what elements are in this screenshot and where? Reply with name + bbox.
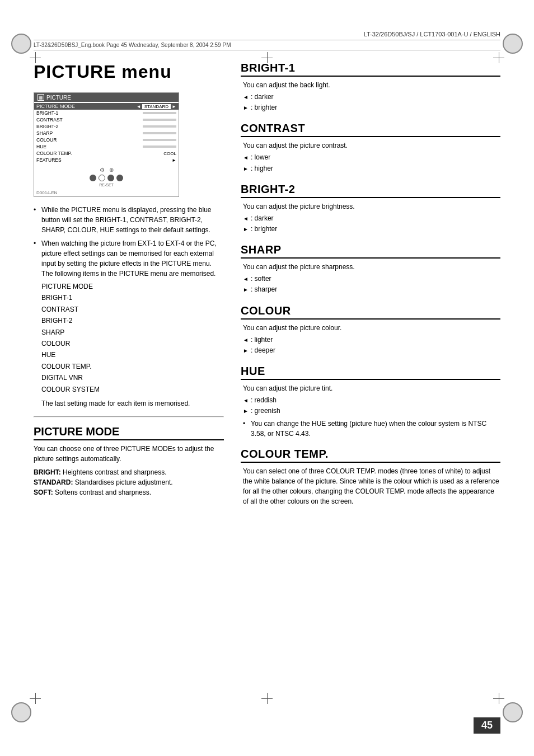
left-divider (34, 416, 224, 417)
arrow-left-icon-c (243, 152, 249, 163)
page-title: PICTURE menu (34, 62, 224, 82)
contrast-right: : higher (243, 163, 500, 174)
corner-decoration-bl (11, 702, 31, 722)
row-bar-bright1 (81, 112, 176, 114)
btn-circle-2 (99, 175, 105, 181)
arrow-right-icon-hue (243, 406, 249, 416)
section-title-contrast: CONTRAST (241, 122, 500, 137)
memo-intro: The following items in the PICTURE menu … (41, 270, 216, 278)
arrow-left-icon-s (243, 274, 249, 284)
section-title-hue: HUE (241, 365, 500, 380)
menu-header-bar: ▦ PICTURE (34, 93, 179, 102)
arrow-right-icon-c (243, 163, 249, 174)
arrow-right-icon-s (243, 284, 249, 295)
bar-track-bright2 (143, 125, 176, 128)
mode-value-box: STANDARD (142, 104, 171, 109)
remote-icon: ⚙ (100, 167, 105, 173)
left-arrow-icon: ◄ (137, 104, 141, 109)
hue-left-label: : reddish (251, 395, 277, 406)
menu-row-colour-temp: COLOUR TEMP. COOL (34, 150, 179, 157)
row-bar-contrast (81, 119, 176, 121)
mode-label: PICTURE MODE (36, 104, 75, 109)
hue-right-label: : greenish (251, 406, 280, 416)
arrow-left-icon-hue (243, 395, 249, 406)
row-bar-sharp (81, 132, 176, 134)
cross-bl (30, 693, 41, 704)
section-sharp: SHARP You can adjust the picture sharpne… (241, 243, 500, 295)
btn-circle-1 (90, 175, 96, 181)
row-label-hue: HUE (36, 144, 81, 149)
arrow-left-icon-b1 (243, 92, 249, 102)
menu-mode-row: PICTURE MODE ◄ STANDARD ► (34, 103, 179, 110)
picture-mode-intro: You can choose one of three PICTURE MODE… (34, 444, 224, 464)
btn-circle-4 (116, 175, 123, 181)
mode-standard-desc: Standardises picture adjustment. (75, 478, 173, 486)
contrast-left-label: : lower (251, 152, 270, 163)
bright2-right: : brighter (243, 224, 500, 234)
row-bar-colour-temp: COOL (81, 151, 176, 156)
cross-br (493, 693, 504, 704)
colour-temp-intro: You can select one of three COLOUR TEMP.… (243, 466, 500, 506)
menu-row-colour: COLOUR (34, 137, 179, 143)
bar-track-colour (143, 139, 176, 141)
bullet-list: While the PICTURE menu is displayed, pre… (34, 205, 224, 408)
section-title-colour: COLOUR (241, 304, 500, 320)
hue-left: : reddish (243, 395, 500, 406)
bright1-left: : darker (243, 92, 500, 102)
arrow-right-icon-b2 (243, 224, 249, 234)
reset-label: RE-SET (99, 183, 114, 187)
menu-row-bright1: BRIGHT-1 (34, 110, 179, 116)
bright2-right-label: : brighter (251, 224, 277, 234)
menu-row-bright2: BRIGHT-2 (34, 123, 179, 130)
menu-row-sharp: SHARP (34, 130, 179, 137)
section-title-bright1: BRIGHT-1 (241, 62, 500, 77)
arrow-left-icon-col (243, 335, 249, 345)
menu-title: PICTURE (46, 95, 71, 101)
picture-mode-section: PICTURE MODE You can choose one of three… (34, 425, 224, 496)
section-body-colour: You can adjust the picture colour. : lig… (241, 323, 500, 356)
bar-track-contrast (143, 119, 176, 121)
memo-list: PICTURE MODEBRIGHT-1CONTRASTBRIGHT-2SHAR… (41, 281, 224, 395)
row-bar-bright2 (81, 125, 176, 128)
btn-circle-3 (107, 175, 114, 181)
cross-bm (261, 693, 273, 704)
section-contrast: CONTRAST You can adjust the picture cont… (241, 122, 500, 173)
menu-code: D0014-EN (34, 189, 179, 196)
mode-standard-title: STANDARD: (34, 478, 73, 486)
footer-buttons (90, 175, 123, 181)
page-header: LT-32/26D50BJ/SJ / LCT1703-001A-U / ENGL… (0, 0, 534, 37)
row-label-features: FEATURES (36, 157, 81, 163)
hue-intro: You can adjust the picture tint. (243, 383, 500, 393)
right-column: BRIGHT-1 You can adjust the back light. … (241, 62, 500, 515)
memo-footer: The last setting made for each item is m… (41, 400, 190, 407)
sharp-right-label: : sharper (251, 284, 277, 295)
menu-tv-icon: ▦ (38, 94, 44, 101)
nav-icon: ⊕ (109, 167, 114, 173)
menu-row-hue: HUE (34, 143, 179, 150)
colour-left: : lighter (243, 335, 500, 345)
sharp-left-label: : softer (251, 274, 271, 284)
main-content: PICTURE menu ▦ PICTURE PICTURE MODE ◄ ST… (0, 50, 534, 538)
colour-intro: You can adjust the picture colour. (243, 323, 500, 333)
row-label-sharp: SHARP (36, 130, 81, 136)
mode-bright: BRIGHT: Heightens contrast and sharpness… (34, 468, 224, 476)
colour-right: : deeper (243, 345, 500, 356)
row-arrow-features: ► (81, 158, 176, 163)
section-body-sharp: You can adjust the picture sharpness. : … (241, 262, 500, 295)
mode-bright-title: BRIGHT: (34, 468, 61, 476)
section-body-bright2: You can adjust the picture brightness. :… (241, 201, 500, 234)
bar-track-bright1 (143, 112, 176, 114)
section-hue: HUE You can adjust the picture tint. : r… (241, 365, 500, 439)
section-colour: COLOUR You can adjust the picture colour… (241, 304, 500, 356)
row-label-bright1: BRIGHT-1 (36, 110, 81, 116)
bright1-right: : brighter (243, 102, 500, 113)
page-number: 45 (474, 717, 500, 734)
footer-icons: ⚙ ⊕ (100, 167, 114, 173)
arrow-right-icon-col (243, 345, 249, 356)
bright1-left-label: : darker (251, 92, 274, 102)
menu-screenshot: ▦ PICTURE PICTURE MODE ◄ STANDARD ► BRIG… (34, 92, 179, 197)
hue-bullet-list: You can change the HUE setting (picture … (243, 419, 500, 439)
contrast-intro: You can adjust the picture contrast. (243, 140, 500, 151)
bar-track-hue (143, 145, 176, 148)
colour-right-label: : deeper (251, 345, 275, 356)
